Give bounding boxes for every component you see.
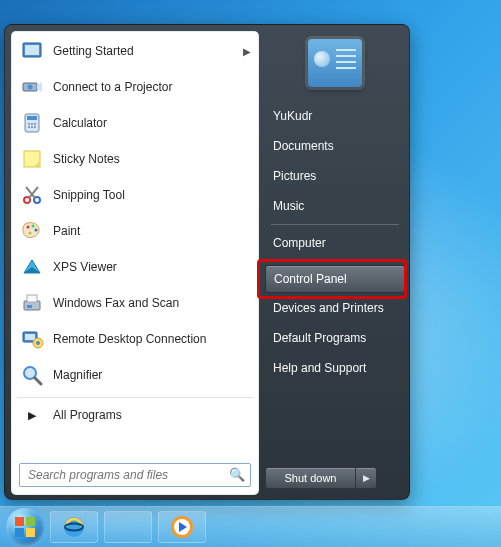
program-item-rdp[interactable]: Remote Desktop Connection [11, 321, 259, 357]
xps-icon [19, 254, 45, 280]
desktop: Getting Started ▶ Connect to a Projector… [0, 0, 501, 547]
svg-point-6 [28, 123, 30, 125]
taskbar-wmp-button[interactable] [158, 511, 206, 543]
program-item-sticky[interactable]: Sticky Notes [11, 141, 259, 177]
program-item-projector[interactable]: Connect to a Projector [11, 69, 259, 105]
search-row: 🔍 [19, 463, 251, 487]
taskbar-ie-button[interactable] [50, 511, 98, 543]
taskbar [0, 506, 501, 547]
svg-point-9 [28, 126, 30, 128]
program-label: Magnifier [53, 368, 251, 382]
program-item-snip[interactable]: Snipping Tool [11, 177, 259, 213]
right-item-computer[interactable]: Computer [265, 228, 405, 258]
program-label: Paint [53, 224, 251, 238]
program-label: Sticky Notes [53, 152, 251, 166]
projector-icon [19, 74, 45, 100]
svg-rect-1 [25, 45, 39, 55]
program-item-fax[interactable]: Windows Fax and Scan [11, 285, 259, 321]
getting-started-icon [19, 38, 45, 64]
start-menu: Getting Started ▶ Connect to a Projector… [4, 24, 410, 500]
svg-rect-28 [26, 517, 35, 526]
svg-rect-30 [26, 528, 35, 537]
right-item-devices-and-printers[interactable]: Devices and Printers [265, 293, 405, 323]
paint-icon [19, 218, 45, 244]
program-item-magnifier[interactable]: Magnifier [11, 357, 259, 393]
program-item-xps[interactable]: XPS Viewer [11, 249, 259, 285]
rdp-icon [19, 326, 45, 352]
right-item-music[interactable]: Music [265, 191, 405, 221]
program-label: XPS Viewer [53, 260, 251, 274]
taskbar-items [0, 507, 501, 547]
right-item-pictures[interactable]: Pictures [265, 161, 405, 191]
separator [17, 397, 253, 398]
start-left-pane: Getting Started ▶ Connect to a Projector… [11, 31, 259, 495]
chevron-right-icon: ▶ [243, 46, 251, 57]
shutdown-button[interactable]: Shut down [265, 467, 355, 489]
svg-rect-20 [27, 295, 37, 302]
taskbar-explorer-button[interactable] [104, 511, 152, 543]
svg-point-10 [31, 126, 33, 128]
program-label: Windows Fax and Scan [53, 296, 251, 310]
highlighted-wrapper: Control Panel [265, 265, 405, 293]
svg-point-8 [34, 123, 36, 125]
svg-point-16 [32, 225, 35, 228]
calculator-icon [19, 110, 45, 136]
sticky-icon [19, 146, 45, 172]
search-input[interactable] [19, 463, 251, 487]
right-item-control-panel[interactable]: Control Panel [265, 265, 405, 293]
shutdown-group: Shut down ▶ [265, 467, 377, 489]
program-label: Remote Desktop Connection [53, 332, 251, 346]
svg-rect-27 [15, 517, 24, 526]
wmp-icon [169, 514, 195, 540]
chevron-right-icon: ▶ [19, 409, 45, 422]
search-icon: 🔍 [229, 467, 245, 482]
shutdown-label: Shut down [285, 472, 337, 484]
program-item-getting-started[interactable]: Getting Started ▶ [11, 33, 259, 69]
start-right-pane: YuKudrDocumentsPicturesMusicComputerCont… [265, 31, 405, 495]
right-list: YuKudrDocumentsPicturesMusicComputerCont… [265, 101, 405, 383]
separator [271, 224, 399, 225]
fax-icon [19, 290, 45, 316]
svg-rect-23 [25, 334, 35, 340]
snip-icon [19, 182, 45, 208]
program-list: Getting Started ▶ Connect to a Projector… [11, 31, 259, 395]
program-label: Getting Started [53, 44, 243, 58]
user-avatar-icon[interactable] [308, 39, 362, 87]
svg-rect-29 [15, 528, 24, 537]
right-item-default-programs[interactable]: Default Programs [265, 323, 405, 353]
program-item-calculator[interactable]: Calculator [11, 105, 259, 141]
svg-rect-21 [27, 305, 32, 308]
svg-point-18 [29, 232, 32, 235]
start-button[interactable] [6, 508, 44, 546]
svg-point-11 [34, 126, 36, 128]
shutdown-options-button[interactable]: ▶ [355, 467, 377, 489]
svg-point-7 [31, 123, 33, 125]
right-item-help-and-support[interactable]: Help and Support [265, 353, 405, 383]
separator [271, 261, 399, 262]
program-item-paint[interactable]: Paint [11, 213, 259, 249]
svg-point-3 [28, 85, 33, 90]
program-label: Snipping Tool [53, 188, 251, 202]
program-label: Connect to a Projector [53, 80, 251, 94]
svg-rect-5 [27, 116, 37, 120]
ie-icon [61, 514, 87, 540]
magnifier-icon [19, 362, 45, 388]
svg-point-15 [27, 226, 30, 229]
all-programs-label: All Programs [53, 408, 122, 422]
svg-point-25 [36, 341, 40, 345]
svg-point-17 [35, 229, 38, 232]
right-item-documents[interactable]: Documents [265, 131, 405, 161]
program-label: Calculator [53, 116, 251, 130]
all-programs[interactable]: ▶ All Programs [11, 400, 259, 430]
right-item-yukudr[interactable]: YuKudr [265, 101, 405, 131]
